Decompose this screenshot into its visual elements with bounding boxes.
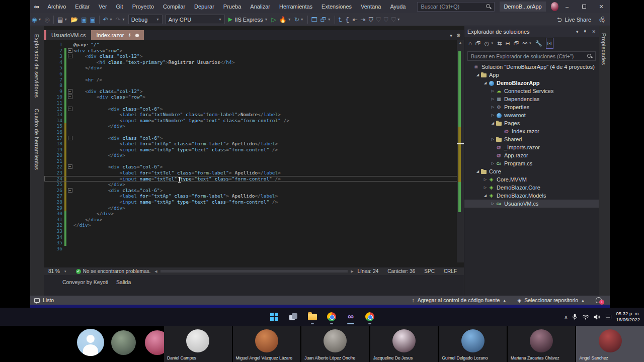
tree-item-dependencias[interactable]: ▷Dependencias [464,95,599,103]
pending-changes-filter-icon[interactable]: ◷ [485,38,490,48]
menu-git[interactable]: Git [112,0,128,13]
code-line-29[interactable]: 29 </div> [44,205,464,211]
editor-vertical-scrollbar[interactable]: ▲ [457,40,464,262]
solution-search-input[interactable]: Buscar en Explorador de soluciones (Ctrl… [467,51,596,61]
tree-item-usuariovm-cs[interactable]: ▷UsuarioVM.cs [464,200,599,208]
code-line-15[interactable]: 15 </div> [44,123,464,129]
fold-marker[interactable]: − [66,88,73,95]
code-line-9[interactable]: 9− <div class="col-12"> [44,88,464,95]
code-line-2[interactable]: 2−<div class="row"> [44,48,464,54]
save-icon[interactable]: ▣ [79,14,88,25]
code-line-25[interactable]: 25 </div> [44,182,464,188]
tree-item-app-razor[interactable]: App.razor [464,151,599,159]
tree-item-program-cs[interactable]: ▷Program.cs [464,159,599,167]
navigate-cursor-icon[interactable]: ⮤ [337,14,344,25]
tree-expander-icon[interactable]: ◢ [490,121,496,125]
zoom-select[interactable]: 81 % ▼ [44,268,71,274]
maximize-button[interactable] [576,0,593,13]
tree-expander-icon[interactable]: ▷ [490,202,496,206]
tree-item-app[interactable]: ◢App [464,71,599,79]
menu-ayuda[interactable]: Ayuda [385,0,410,13]
code-viewport[interactable]: 1@page "/"2−<div class="row">3− <div cla… [44,40,464,262]
save-all-icon[interactable]: ▣ [89,14,97,25]
switch-views-icon[interactable]: 🗗 [475,38,481,48]
tree-expander-icon[interactable]: ◢ [482,194,488,198]
code-line-22[interactable]: 22− <div class="col-6"> [44,164,464,170]
solution-name-button[interactable]: DemoB...orApp [500,2,545,12]
spaces-indicator[interactable]: SPC [424,268,435,274]
participant-tile[interactable]: Guimel Delgado Lozano [439,326,507,362]
menu-editar[interactable]: Editar [70,0,94,13]
microphone-icon[interactable] [572,314,578,320]
tab-list-chevron-icon[interactable]: ▾ [450,33,452,38]
pin-icon[interactable]: 🖈 [583,29,587,34]
chrome-2-button[interactable] [362,309,377,324]
code-line-18[interactable]: 18 <label for="txtAp" class="form-label"… [44,141,464,147]
show-all-files-icon[interactable]: 🔧 [535,38,542,48]
code-line-19[interactable]: 19 <input name="txtAp" type="text" class… [44,147,464,153]
code-line-35[interactable]: 35 [44,240,464,246]
select-repository-button[interactable]: ◈ Seleccionar repositorio ▲ [517,297,585,303]
participant-tile[interactable]: Daniel Campos [164,326,232,362]
server-explorer-tab[interactable]: Explorador de servidores [34,31,40,101]
participant-tile[interactable]: Angel Sanchez [576,326,644,362]
fold-marker[interactable]: − [66,48,73,54]
code-line-14[interactable]: 14 <input name="txtNombre" type="text" c… [44,118,464,124]
find-in-files-icon[interactable]: 🗔 [310,14,319,25]
participant-tile[interactable]: Juan Alberto López Onofre [301,326,369,362]
properties-window-icon[interactable]: ⊡ [546,38,553,49]
fold-marker[interactable]: − [66,164,73,170]
pin-icon[interactable]: 🖈 [128,33,132,38]
code-line-33[interactable]: 33 [44,228,464,234]
redo-icon[interactable]: ↷▼ [114,14,127,25]
platform-combo[interactable]: Any CPU▼ [166,15,225,24]
configuration-combo[interactable]: Debug▼ [128,15,163,24]
collapse-all-icon[interactable]: ⊟ [505,38,510,48]
menu-herramientas[interactable]: Herramientas [275,0,317,13]
tree-expander-icon[interactable]: ▷ [490,105,496,109]
code-line-34[interactable]: 34 [44,234,464,240]
bookmark-clear-icon[interactable]: ⛉▼ [390,14,402,25]
code-line-5[interactable]: 5 </div> [44,65,464,71]
wifi-icon[interactable] [582,314,589,320]
quick-search-input[interactable]: Buscar (Ctrl+Q) [417,2,495,12]
toolbox-tab[interactable]: Cuadro de herramientas [34,106,40,173]
volume-icon[interactable] [594,314,600,320]
code-line-32[interactable]: 32</div> [44,222,464,228]
code-line-1[interactable]: 1@page "/" [44,42,464,48]
feedback-bubble-icon[interactable] [34,298,40,303]
code-line-30[interactable]: 30 </div> [44,211,464,217]
menu-analizar[interactable]: Analizar [246,0,275,13]
fold-marker[interactable]: − [66,53,73,59]
code-line-3[interactable]: 3− <div class="col-12"> [44,53,464,59]
code-line-36[interactable]: 36 [44,246,464,252]
feedback-icon[interactable]: 🗫 [599,17,605,23]
tree-expander-icon[interactable]: ▷ [482,186,488,190]
restart-icon[interactable]: ↻▼ [293,14,305,25]
fold-marker[interactable]: − [66,106,73,112]
tree-expander-icon[interactable]: ▷ [490,113,496,117]
navigate-back-icon[interactable]: ◉▼ [30,14,43,25]
conveyor-tab[interactable]: Conveyor by Keyoti [59,278,111,286]
code-line-27[interactable]: 27 <label for="txtAp" class="form-label"… [44,193,464,199]
menu-depurar[interactable]: Depurar [190,0,219,13]
close-button[interactable]: ✕ [593,0,610,13]
panel-menu-chevron-icon[interactable]: ▾ [576,29,579,34]
task-view-button[interactable] [286,309,301,324]
tree-item-soluci-n-demoblazorapp-4-de-4-proyectos[interactable]: Solución "DemoBlazorApp" (4 de 4 proyect… [464,63,599,71]
code-line-10[interactable]: 10− <div class="row"> [44,94,464,100]
indent-more-icon[interactable]: ⇥ [359,14,367,25]
live-share-button[interactable]: Live Share [565,17,591,23]
properties-tab[interactable]: Propiedades [601,30,607,68]
tray-overflow-chevron-icon[interactable]: ∧ [564,314,568,320]
tree-item-demoblazor-models[interactable]: ◢DemoBlazor.Models [464,192,599,200]
fold-marker[interactable]: − [66,94,73,100]
bookmark-prev-icon[interactable]: ⛉ [375,14,382,25]
tree-expander-icon[interactable]: ▷ [490,97,496,101]
tree-expander-icon[interactable]: ▷ [482,177,488,182]
tree-item-demoblazor-core[interactable]: ▷DemoBlazor.Core [464,184,599,192]
indent-less-icon[interactable]: ⇤ [351,14,359,25]
code-line-6[interactable]: 6 [44,71,464,77]
output-tab[interactable]: Salida [113,278,134,286]
tree-item-connected-services[interactable]: ▷Connected Services [464,87,599,95]
